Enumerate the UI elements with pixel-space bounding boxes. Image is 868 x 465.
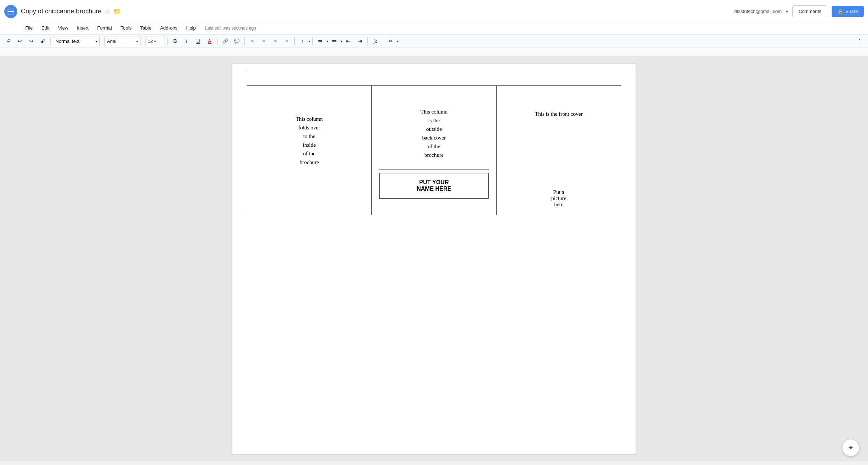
name-box[interactable]: PUT YOUR NAME HERE: [379, 173, 489, 199]
collapse-toolbar-button[interactable]: ⌃: [854, 36, 865, 46]
undo-button[interactable]: ↩: [14, 36, 25, 46]
col2-line4: back cover: [422, 135, 446, 141]
comment-button[interactable]: 💬: [231, 36, 242, 46]
font-selector[interactable]: Arial ▾: [104, 36, 140, 46]
fab-button[interactable]: ✦: [842, 439, 859, 456]
col2-line6: brochure: [424, 152, 443, 158]
top-right-area: dlastutech@gmail.com ▾ Comments 🔒 Share: [734, 5, 864, 17]
numbered-list-button[interactable]: ≔: [315, 36, 326, 46]
numbered-dropdown[interactable]: ▾: [326, 39, 328, 43]
divider-10: [383, 37, 383, 45]
doc-title-area: Copy of chiccarine brochure ☆ 📁: [21, 8, 734, 15]
menu-view[interactable]: View: [54, 24, 72, 32]
divider-8: [312, 37, 313, 45]
divider-7: [294, 37, 295, 45]
brochure-table: This column folds over to the inside of …: [247, 85, 621, 215]
dropdown-icon[interactable]: ▾: [786, 9, 788, 14]
col2-divider: [379, 169, 489, 170]
underline-button[interactable]: U: [193, 36, 203, 46]
size-value: 12: [148, 39, 153, 44]
col1-line2: folds over: [298, 125, 320, 130]
doc-title: Copy of chiccarine brochure: [21, 8, 102, 15]
font-value: Arial: [107, 39, 116, 44]
col2-main-text: This column is the outside back cover of…: [379, 93, 489, 167]
divider-3: [143, 37, 143, 45]
align-left-button[interactable]: ≡: [247, 36, 258, 46]
menu-format[interactable]: Format: [94, 24, 116, 32]
document-page: This column folds over to the inside of …: [232, 64, 636, 454]
divider-6: [244, 37, 245, 45]
align-justify-button[interactable]: ≡: [281, 36, 292, 46]
menu-file[interactable]: File: [22, 24, 36, 32]
col3-front-text: This is the front cover: [504, 93, 614, 117]
bulleted-list-button[interactable]: ≔: [329, 36, 340, 46]
text-cursor: [247, 71, 247, 78]
font-size-selector[interactable]: 12 ▾: [145, 36, 165, 46]
folder-icon[interactable]: 📁: [113, 8, 121, 15]
col1-line1: This column: [296, 116, 323, 122]
bulleted-dropdown[interactable]: ▾: [340, 39, 342, 43]
menu-table[interactable]: Table: [137, 24, 155, 32]
col3-front-cover: This is the front cover: [535, 111, 582, 117]
style-selector[interactable]: Normal text ▾: [53, 36, 100, 46]
align-right-button[interactable]: ≡: [270, 36, 281, 46]
divider-9: [367, 37, 368, 45]
align-center-button[interactable]: ≡: [258, 36, 269, 46]
increase-indent-button[interactable]: ⇥: [354, 36, 365, 46]
ruler: [0, 48, 868, 57]
col2-line2: is the: [428, 118, 440, 123]
link-button[interactable]: 🔗: [220, 36, 231, 46]
formula-button[interactable]: ∫x: [370, 36, 381, 46]
menu-bar: File Edit View Insert Format Tools Table…: [0, 23, 868, 35]
size-dropdown-icon: ▾: [154, 39, 156, 43]
col3-pic-line1: Put a: [553, 189, 564, 195]
col3-pic-line3: here: [554, 201, 563, 207]
divider-5: [217, 37, 218, 45]
menu-insert[interactable]: Insert: [73, 24, 92, 32]
text-color-button[interactable]: A: [204, 36, 215, 46]
brochure-col2[interactable]: This column is the outside back cover of…: [372, 86, 496, 215]
menu-help[interactable]: Help: [183, 24, 200, 32]
name-box-line2: NAME HERE: [417, 186, 451, 192]
line-spacing-button[interactable]: ↕: [297, 36, 308, 46]
menu-addons[interactable]: Add-ons: [156, 24, 181, 32]
brochure-col3[interactable]: This is the front cover Put a picture he…: [496, 86, 621, 215]
col2-line1: This column: [420, 109, 447, 115]
lock-icon: 🔒: [837, 9, 843, 14]
paint-format-button[interactable]: 🖌: [37, 36, 48, 46]
col1-line6: brochure: [300, 159, 319, 165]
col2-content: This column is the outside back cover of…: [379, 93, 489, 199]
print-button[interactable]: 🖨: [3, 36, 14, 46]
col2-line3: outside: [426, 126, 442, 132]
hamburger-button[interactable]: [4, 5, 17, 18]
last-edit-status: Last edit was seconds ago: [205, 26, 256, 31]
comments-button[interactable]: Comments: [792, 5, 827, 17]
pen-button[interactable]: ✏: [385, 36, 396, 46]
divider-1: [50, 37, 51, 45]
document-area[interactable]: This column folds over to the inside of …: [0, 57, 868, 461]
bold-button[interactable]: B: [170, 36, 180, 46]
user-email: dlastutech@gmail.com: [734, 9, 782, 14]
col1-line5: of the: [303, 151, 316, 156]
share-button[interactable]: 🔒 Share: [832, 6, 864, 17]
pen-dropdown[interactable]: ▾: [397, 39, 399, 43]
menu-edit[interactable]: Edit: [38, 24, 53, 32]
style-value: Normal text: [55, 39, 79, 44]
star-icon[interactable]: ☆: [104, 8, 110, 15]
share-label: Share: [845, 9, 858, 14]
redo-button[interactable]: ↪: [26, 36, 37, 46]
italic-button[interactable]: I: [181, 36, 192, 46]
divider-4: [167, 37, 167, 45]
col1-line4: inside: [303, 142, 316, 148]
divider-2: [102, 37, 102, 45]
menu-tools[interactable]: Tools: [117, 24, 135, 32]
brochure-col1[interactable]: This column folds over to the inside of …: [247, 86, 372, 215]
font-dropdown-icon: ▾: [136, 39, 138, 43]
top-bar: Copy of chiccarine brochure ☆ 📁 dlastute…: [0, 0, 868, 23]
style-dropdown-icon: ▾: [95, 39, 97, 43]
col3-picture-text: Put a picture here: [504, 117, 614, 208]
col1-line3: to the: [303, 133, 316, 139]
line-spacing-dropdown[interactable]: ▾: [308, 39, 310, 43]
decrease-indent-button[interactable]: ⇤: [343, 36, 354, 46]
toolbar: 🖨 ↩ ↪ 🖌 Normal text ▾ Arial ▾ 12 ▾ B I U…: [0, 35, 868, 48]
